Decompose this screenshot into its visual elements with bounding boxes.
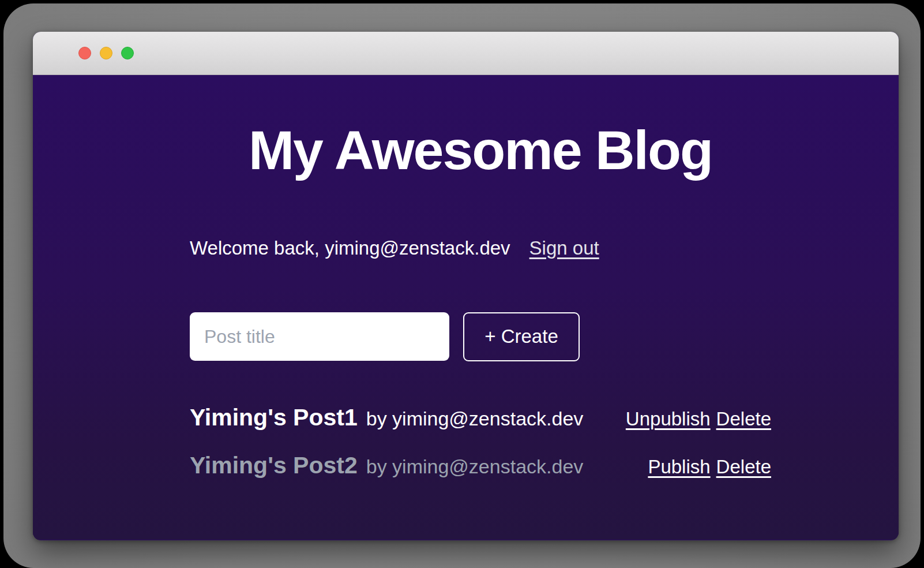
post-row-published: Yiming's Post1 by yiming@zenstack.dev Un… xyxy=(190,404,771,431)
welcome-row: Welcome back, yiming@zenstack.dev Sign o… xyxy=(190,237,771,259)
page-title: My Awesome Blog xyxy=(190,75,771,181)
page-content: My Awesome Blog Welcome back, yiming@zen… xyxy=(33,75,899,540)
welcome-text: Welcome back, yiming@zenstack.dev xyxy=(190,237,510,259)
desktop-background: My Awesome Blog Welcome back, yiming@zen… xyxy=(3,3,921,568)
post-row-draft: Yiming's Post2 by yiming@zenstack.dev Pu… xyxy=(190,452,771,479)
window-controls xyxy=(78,47,134,59)
zoom-button[interactable] xyxy=(121,47,134,59)
post-actions: Publish Delete xyxy=(648,456,771,478)
post-title-text: Yiming's Post1 xyxy=(190,404,358,431)
post-byline-text: by yiming@zenstack.dev xyxy=(366,408,584,430)
post-byline-text: by yiming@zenstack.dev xyxy=(366,455,584,478)
window-titlebar[interactable] xyxy=(33,32,899,75)
minimize-button[interactable] xyxy=(100,47,112,59)
unpublish-link[interactable]: Unpublish xyxy=(626,408,711,430)
post-title-input[interactable] xyxy=(190,312,449,361)
post-list: Yiming's Post1 by yiming@zenstack.dev Un… xyxy=(190,404,771,479)
post-info: Yiming's Post2 by yiming@zenstack.dev xyxy=(190,452,583,479)
close-button[interactable] xyxy=(78,47,91,59)
create-post-button[interactable]: + Create xyxy=(463,312,580,361)
sign-out-link[interactable]: Sign out xyxy=(529,237,599,259)
delete-link[interactable]: Delete xyxy=(716,408,771,430)
app-window: My Awesome Blog Welcome back, yiming@zen… xyxy=(33,32,899,540)
post-composer: + Create xyxy=(190,312,771,361)
publish-link[interactable]: Publish xyxy=(648,456,710,478)
post-info: Yiming's Post1 by yiming@zenstack.dev xyxy=(190,404,583,431)
delete-link[interactable]: Delete xyxy=(716,456,771,478)
post-actions: Unpublish Delete xyxy=(626,408,771,430)
post-title-text: Yiming's Post2 xyxy=(190,452,358,479)
